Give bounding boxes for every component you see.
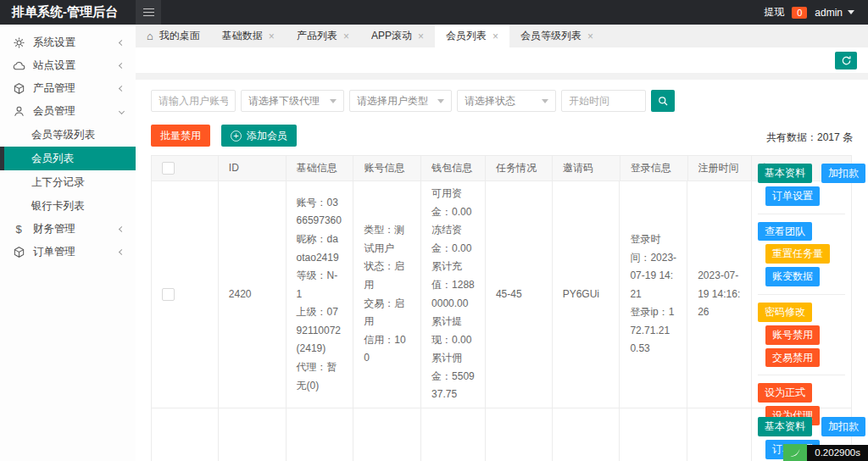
search-button[interactable] xyxy=(651,90,675,112)
cube-icon xyxy=(12,82,25,96)
row-checkbox[interactable] xyxy=(162,288,175,301)
tab-member-list[interactable]: 会员列表 × xyxy=(435,25,509,47)
sidebar-item-bank-card-list[interactable]: 银行卡列表 xyxy=(0,194,136,218)
debug-footer: 0.202900s xyxy=(783,444,868,461)
reset-task-button[interactable]: 重置任务量 xyxy=(765,244,830,264)
sidebar-item-product-management[interactable]: 产品管理 xyxy=(0,77,136,100)
dollar-icon: $ xyxy=(12,223,25,236)
close-icon[interactable]: × xyxy=(587,31,593,42)
chevron-left-icon xyxy=(119,63,125,69)
user-type-select[interactable]: 请选择用户类型 xyxy=(349,90,452,112)
chevron-down-icon xyxy=(119,108,125,114)
tab-product-list[interactable]: 产品列表 × xyxy=(286,25,360,47)
total-count-value: 2017 xyxy=(817,131,840,143)
status-select-value: 请选择状态 xyxy=(465,94,515,108)
chevron-down-icon xyxy=(542,99,548,103)
search-icon xyxy=(658,96,669,107)
withdraw-link[interactable]: 提现 xyxy=(764,5,784,19)
total-count-label: 共有数据： xyxy=(766,131,817,143)
sidebar-subitem-label: 会员等级列表 xyxy=(31,128,95,142)
sidebar-item-member-level-list[interactable]: 会员等级列表 xyxy=(0,123,136,147)
thinkphp-icon[interactable] xyxy=(783,444,807,461)
status-select[interactable]: 请选择状态 xyxy=(457,90,556,112)
refresh-icon xyxy=(841,55,852,66)
tab-my-desktop[interactable]: ⌂ 我的桌面 xyxy=(136,25,211,47)
set-official-button[interactable]: 设为正式 xyxy=(758,383,812,403)
select-all-checkbox[interactable] xyxy=(162,162,175,175)
sidebar-item-order-management[interactable]: 订单管理 xyxy=(0,241,136,264)
cell-basic-info: 账号：0366597360 昵称：daotao2419 等级：N-1 上级：07… xyxy=(287,181,354,408)
close-icon[interactable]: × xyxy=(418,31,424,42)
exec-time: 0.202900s xyxy=(807,445,868,461)
chevron-left-icon xyxy=(119,249,125,255)
divider xyxy=(758,294,845,295)
cell-login-info: 登录时间：2023-07-19 14:21 登录ip：172.71.210.53 xyxy=(620,181,687,408)
table-row: 可用资金：10 基本资料 加扣款 订单设置 查看团队 xyxy=(152,408,851,461)
close-icon[interactable]: × xyxy=(343,31,349,42)
sidebar-item-system-settings[interactable]: 系统设置 xyxy=(0,31,136,54)
sidebar-item-member-list[interactable]: 会员列表 xyxy=(0,147,136,170)
menu-toggle-button[interactable] xyxy=(136,0,161,25)
cell-wallet-info: 可用资金：10 xyxy=(421,408,486,461)
column-header-login-info: 登录信息 xyxy=(620,156,688,181)
change-password-button[interactable]: 密码修改 xyxy=(758,303,812,322)
tab-label: 会员等级列表 xyxy=(520,29,581,43)
disable-account-button[interactable]: 账号禁用 xyxy=(765,325,820,345)
total-count: 共有数据：2017 条 xyxy=(766,131,853,147)
cell-login-info xyxy=(620,408,687,461)
close-icon[interactable]: × xyxy=(269,31,275,42)
tab-bar: ⌂ 我的桌面 基础数据 × 产品列表 × APP滚动 × 会员列表 × 会员等级… xyxy=(136,25,868,47)
cell-invite-code xyxy=(553,408,620,461)
add-member-label: 添加会员 xyxy=(247,129,287,143)
app-title: 排单系统-管理后台 xyxy=(0,4,136,20)
user-menu[interactable]: admin xyxy=(815,7,854,19)
refresh-button[interactable] xyxy=(835,52,857,69)
cell-account-info: 类型：测试用户 状态：启用 交易：启用 信用：100 xyxy=(353,181,421,408)
tab-basic-data[interactable]: 基础数据 × xyxy=(211,25,286,47)
agent-select-value: 请选择下级代理 xyxy=(248,94,320,108)
tab-member-level-list[interactable]: 会员等级列表 × xyxy=(509,25,604,47)
chevron-left-icon xyxy=(119,226,125,232)
total-count-unit: 条 xyxy=(843,131,853,143)
cell-wallet-info: 可用资金：0.00 冻结资金：0.00 累计充值：12880000.00 累计提… xyxy=(421,181,486,408)
account-search-input[interactable] xyxy=(151,90,236,112)
batch-disable-button[interactable]: 批量禁用 xyxy=(151,125,210,147)
cell-id xyxy=(219,408,287,461)
add-deduct-button[interactable]: 加扣款 xyxy=(821,417,865,436)
column-header-register-time: 注册时间 xyxy=(688,156,753,181)
divider xyxy=(758,375,845,375)
disable-trade-button[interactable]: 交易禁用 xyxy=(765,348,820,368)
sidebar-item-member-management[interactable]: 会员管理 xyxy=(0,100,136,123)
add-deduct-button[interactable]: 加扣款 xyxy=(821,164,865,183)
sidebar-item-site-settings[interactable]: 站点设置 xyxy=(0,54,136,77)
plus-icon: + xyxy=(231,131,242,142)
menu-icon xyxy=(143,8,154,10)
tab-label: APP滚动 xyxy=(371,29,412,43)
chevron-down-icon xyxy=(330,99,337,103)
agent-select[interactable]: 请选择下级代理 xyxy=(241,90,344,112)
cloud-icon xyxy=(12,59,25,73)
cell-invite-code: PY6GUi xyxy=(553,181,620,408)
tab-app-scroll[interactable]: APP滚动 × xyxy=(360,25,435,47)
chevron-down-icon xyxy=(437,99,444,103)
view-team-button[interactable]: 查看团队 xyxy=(758,222,812,242)
start-time-input[interactable] xyxy=(561,90,646,112)
cell-task-status xyxy=(486,408,553,461)
username: admin xyxy=(815,7,843,19)
order-settings-button[interactable]: 订单设置 xyxy=(765,186,820,206)
balance-change-button[interactable]: 账变数据 xyxy=(765,267,820,286)
sidebar-item-finance-management[interactable]: $ 财务管理 xyxy=(0,218,136,241)
withdraw-count-badge[interactable]: 0 xyxy=(792,7,807,19)
sidebar-item-label: 订单管理 xyxy=(33,245,75,259)
add-member-button[interactable]: + 添加会员 xyxy=(221,125,297,147)
table-row: 2420 账号：0366597360 昵称：daotao2419 等级：N-1 … xyxy=(152,181,851,408)
basic-profile-button[interactable]: 基本资料 xyxy=(758,417,812,436)
cell-register-time xyxy=(687,408,752,461)
basic-profile-button[interactable]: 基本资料 xyxy=(758,164,812,183)
sidebar-item-points-record[interactable]: 上下分记录 xyxy=(0,170,136,194)
column-header-task-status: 任务情况 xyxy=(486,156,553,181)
chevron-down-icon xyxy=(848,10,854,14)
close-icon[interactable]: × xyxy=(492,31,498,42)
filter-bar: 请选择下级代理 请选择用户类型 请选择状态 xyxy=(151,90,853,112)
sidebar-item-label: 站点设置 xyxy=(33,58,75,73)
